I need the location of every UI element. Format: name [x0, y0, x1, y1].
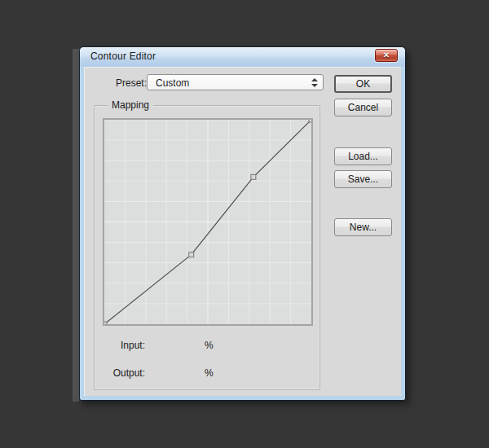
preset-label: Preset: [100, 77, 147, 89]
curve-canvas[interactable] [103, 118, 313, 326]
dialog-title: Contour Editor [90, 51, 156, 62]
updown-arrows-icon [311, 77, 318, 88]
output-unit: % [205, 367, 214, 379]
mapping-groupbox: Mapping Input: % Output: % [94, 105, 320, 390]
arrow-up-icon [311, 78, 318, 81]
ok-button[interactable]: OK [334, 75, 392, 93]
close-button[interactable]: ✕ [375, 49, 398, 62]
photoshop-workspace-backdrop: Contour Editor ✕ Preset: Custom OK Cance… [0, 0, 489, 448]
mapping-legend: Mapping [108, 99, 153, 111]
contour-curve [104, 120, 311, 324]
close-icon: ✕ [376, 50, 397, 61]
arrow-down-icon [311, 84, 318, 87]
input-unit: % [205, 340, 214, 351]
save-button[interactable]: Save... [334, 170, 392, 188]
output-label: Output: [104, 367, 145, 379]
preset-dropdown-value: Custom [156, 77, 189, 89]
preset-dropdown[interactable]: Custom [147, 74, 324, 90]
contour-editor-dialog: Contour Editor ✕ Preset: Custom OK Cance… [79, 46, 406, 401]
cancel-button[interactable]: Cancel [334, 99, 392, 116]
dialog-body: Preset: Custom OK Cancel Load... Save...… [84, 67, 401, 396]
new-button[interactable]: New... [334, 218, 392, 236]
load-button[interactable]: Load... [334, 147, 392, 165]
input-label: Input: [104, 340, 145, 351]
dialog-titlebar[interactable]: Contour Editor ✕ [80, 47, 405, 67]
